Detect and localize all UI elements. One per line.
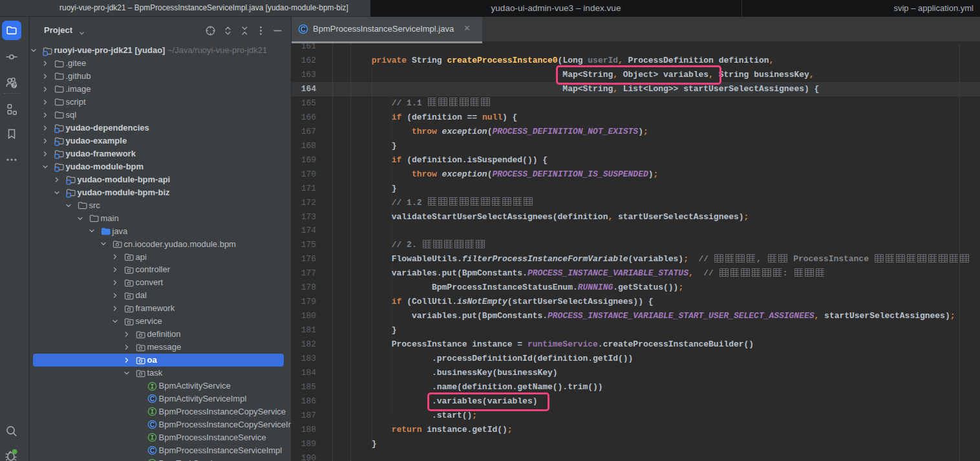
svg-text:?: ? bbox=[12, 82, 16, 89]
